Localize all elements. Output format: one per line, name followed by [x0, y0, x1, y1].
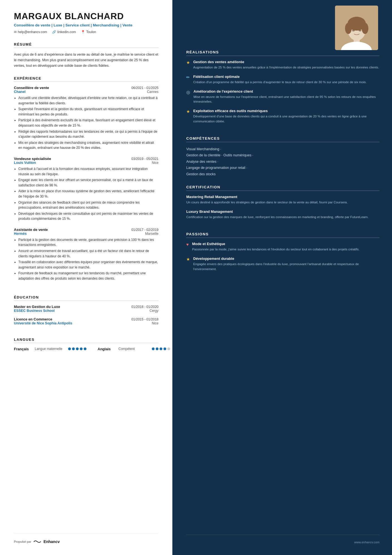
realisation-item-3: ★ Exploitation efficace des outils numér… — [186, 109, 379, 124]
realisation-content-3: Exploitation efficace des outils numériq… — [193, 109, 379, 124]
star-passion-icon: ★ — [186, 257, 190, 262]
location-contact: 📍 Toulon — [81, 30, 96, 34]
location-icon: 📍 — [81, 30, 85, 34]
competences-section: COMPÉTENCES Visual Merchandising · Gesti… — [186, 136, 379, 177]
list-item: Mis en place des stratégies de merchandi… — [18, 140, 158, 151]
cert-title-0: Mastering Retail Management — [186, 195, 379, 199]
competences-title: COMPÉTENCES — [186, 136, 379, 142]
exp-entry-lv: Vendeuse spécialisée 03/2019 - 05/2021 L… — [14, 157, 158, 221]
dot — [163, 347, 166, 350]
exp-date-hermes: 01/2017 - 02/2019 — [132, 228, 158, 232]
resume-section: RÉSUMÉ Avec plus de 6 ans d'expérience d… — [14, 42, 158, 68]
langue-name-francais: Français — [14, 347, 32, 351]
dot — [80, 347, 83, 350]
exp-bullets-chanel: Accueilli une clientèle diversifiée, dév… — [14, 95, 158, 151]
edu-date-licence: 01/2015 - 01/2018 — [132, 317, 158, 321]
dot — [152, 347, 155, 350]
competence-item-3: Langage de programmation pour retail · — [186, 165, 379, 171]
education-section-title: ÉDUCATION — [14, 295, 158, 301]
footer-left: Propulsé par Enhancv — [14, 534, 158, 544]
realisation-title-2: Amélioration de l'expérience client — [193, 89, 379, 93]
realisations-section: RÉALISATIONS ★ Gestion des ventes amélio… — [186, 50, 379, 129]
list-item: Contribué à l'accueil et à la formation … — [18, 166, 158, 177]
passion-content-1: Développement durable Engagée envers des… — [193, 256, 379, 272]
dot — [160, 347, 162, 350]
exp-company-row-chanel: Chanel Cannes — [14, 90, 158, 94]
star-icon: ★ — [186, 60, 190, 65]
langue-level-francais: Langue maternelle — [35, 347, 65, 351]
exp-header-chanel: Conseillère de vente 06/2021 - 01/2025 — [14, 86, 158, 90]
exp-title-hermes: Assistante de vente — [14, 228, 48, 232]
exp-bullets-hermes: Participé à la gestion des documents de … — [14, 237, 158, 281]
exp-date-lv: 03/2019 - 05/2021 — [132, 157, 158, 161]
langue-dots-francais — [68, 347, 86, 350]
edu-entry-master: Master en Gestion du Luxe 01/2018 - 01/2… — [14, 305, 158, 313]
langues-section-title: LANGUES — [14, 337, 158, 343]
realisation-content-0: Gestion des ventes améliorée Augmentatio… — [193, 60, 379, 70]
linkedin-value: linkedin.com — [57, 30, 76, 34]
certification-section: CERTIFICATION Mastering Retail Managemen… — [186, 185, 379, 224]
linkedin-contact: 🔗 linkedin.com — [52, 30, 76, 34]
cert-title-1: Luxury Brand Management — [186, 209, 379, 214]
exp-entry-chanel: Conseillère de vente 06/2021 - 01/2025 C… — [14, 86, 158, 151]
realisation-desc-0: Augmentation de 25 % des ventes annuelle… — [193, 65, 379, 70]
email-icon: ✉ — [14, 30, 17, 34]
list-item: Participé à la gestion des documents de … — [18, 237, 158, 248]
edu-date-master: 01/2018 - 01/2020 — [132, 305, 158, 309]
exp-location-chanel: Cannes — [147, 90, 158, 94]
list-item: Rédigé des rapports hebdomadaires sur le… — [18, 129, 158, 139]
education-section: ÉDUCATION Master en Gestion du Luxe 01/2… — [14, 295, 158, 330]
realisation-desc-2: Mise en œuvre de formations sur l'expéri… — [193, 95, 379, 105]
heart-icon: ♥ — [186, 242, 189, 247]
edu-school-master: ESSEC Business School — [14, 309, 55, 313]
list-item: Aider à la mise en place d'un nouveau sy… — [18, 189, 158, 199]
edu-school-row-master: ESSEC Business School Cergy — [14, 309, 158, 313]
pencil-icon: ✏ — [186, 75, 190, 80]
svg-point-6 — [362, 23, 368, 34]
target-icon: ◎ — [186, 90, 190, 95]
passion-item-1: ★ Développement durable Engagée envers d… — [186, 256, 379, 272]
email-value: help@enhancv.com — [18, 30, 47, 34]
list-item: Supervisé l'inventaire et la gestion du … — [18, 107, 158, 117]
list-item: Participé à des événements exclusifs de … — [18, 118, 158, 128]
resume-text: Avec plus de 6 ans d'expérience dans la … — [14, 52, 158, 68]
footer-right: www.enhancv.com — [186, 535, 379, 544]
svg-point-9 — [359, 30, 361, 31]
exp-title-lv: Vendeuse spécialisée — [14, 157, 51, 161]
realisation-desc-3: Développement d'une base de données clie… — [193, 114, 379, 124]
passion-content-0: Mode et Esthétique Passionnée par la mod… — [192, 242, 359, 252]
svg-point-8 — [352, 30, 355, 31]
list-item: Engagé avec les clients en leur offrant … — [18, 177, 158, 188]
langue-dots-anglais — [152, 347, 170, 350]
edu-location-master: Cergy — [150, 309, 158, 313]
footer-propulse-text: Propulsé par — [14, 540, 31, 543]
realisation-item-2: ◎ Amélioration de l'expérience client Mi… — [186, 89, 379, 105]
exp-company-lv: Louis Vuitton — [14, 161, 36, 165]
experience-section: EXPÉRIENCE Conseillère de vente 06/2021 … — [14, 76, 158, 287]
passion-desc-1: Engagée envers des pratiques écologiques… — [193, 262, 379, 272]
edu-header-master: Master en Gestion du Luxe 01/2018 - 01/2… — [14, 305, 158, 309]
edu-header-licence: Licence en Commerce 01/2015 - 01/2018 — [14, 317, 158, 321]
experience-section-title: EXPÉRIENCE — [14, 76, 158, 82]
linkedin-icon: 🔗 — [52, 30, 56, 34]
exp-company-row-hermes: Hermès Marseille — [14, 232, 158, 236]
langue-level-anglais: Compétent — [118, 347, 149, 351]
dot — [72, 347, 75, 350]
realisation-item-0: ★ Gestion des ventes améliorée Augmentat… — [186, 60, 379, 70]
exp-date-chanel: 06/2021 - 01/2025 — [132, 86, 158, 90]
header-subtitle: Conseillère de vente | Luxe | Service cl… — [14, 23, 158, 27]
edu-school-row-licence: Université de Nice Sophia Antipolis Nice — [14, 321, 158, 325]
list-item: Organisé des séances de feedback client … — [18, 200, 158, 210]
exp-company-row-lv: Louis Vuitton Nice — [14, 161, 158, 165]
exp-title-chanel: Conseillère de vente — [14, 86, 49, 90]
exp-location-hermes: Marseille — [145, 232, 158, 236]
competence-item-1: Gestion de la clientèle · Outils numériq… — [186, 152, 379, 159]
dot — [167, 347, 170, 350]
footer-brand-name: Enhancv — [43, 539, 59, 544]
realisation-desc-1: Création d'un programme de fidélité qui … — [193, 80, 367, 85]
footer-website: www.enhancv.com — [354, 541, 379, 544]
passions-section: PASSIONS ♥ Mode et Esthétique Passionnée… — [186, 232, 379, 276]
realisation-item-1: ✏ Fidélisation client optimale Création … — [186, 75, 379, 85]
location-value: Toulon — [86, 30, 96, 34]
cert-item-1: Luxury Brand Management Certification su… — [186, 209, 379, 220]
